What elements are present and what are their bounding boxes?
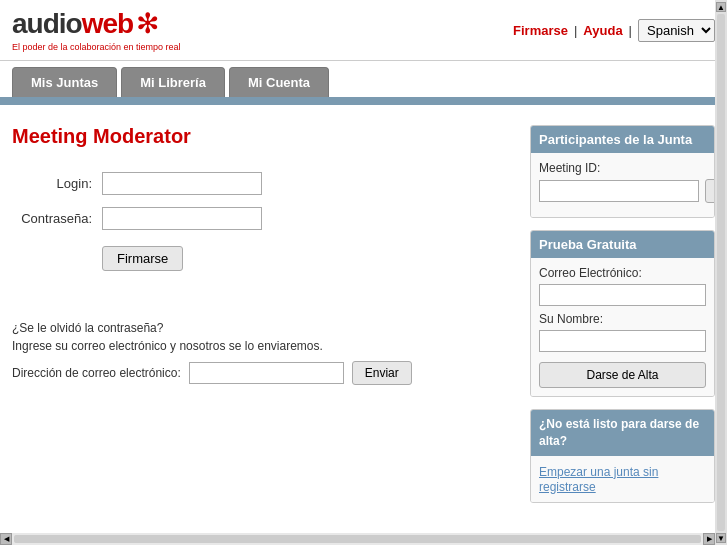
logo-tagline: El poder de la colaboración en tiempo re… xyxy=(12,42,181,52)
main-content: Meeting Moderator Login: Contraseña: Fir… xyxy=(0,105,727,523)
scroll-track xyxy=(717,14,725,531)
no-listo-body: Empezar una junta sin registrarse xyxy=(531,456,714,502)
prueba-body: Correo Electrónico: Su Nombre: Darse de … xyxy=(531,258,714,396)
login-row: Login: xyxy=(12,172,510,195)
no-listo-box: ¿No está listo para darse de alta? Empez… xyxy=(530,409,715,503)
scroll-down-arrow[interactable]: ▼ xyxy=(716,533,726,543)
logo-audio: audio xyxy=(12,8,82,39)
nav-sep-2: | xyxy=(629,23,632,38)
logo-web: web xyxy=(82,8,133,39)
tab-mi-cuenta[interactable]: Mi Cuenta xyxy=(229,67,329,97)
tab-mi-libreria[interactable]: Mi Librería xyxy=(121,67,225,97)
top-bar: audioweb ✻ El poder de la colaboración e… xyxy=(0,0,727,61)
login-input[interactable] xyxy=(102,172,262,195)
prueba-header: Prueba Gratuita xyxy=(531,231,714,258)
blue-bar xyxy=(0,97,727,105)
forgot-question: ¿Se le olvidó la contraseña? xyxy=(12,321,510,335)
correo-label: Correo Electrónico: xyxy=(539,266,706,280)
nombre-input[interactable] xyxy=(539,330,706,352)
prueba-box: Prueba Gratuita Correo Electrónico: Su N… xyxy=(530,230,715,397)
scroll-left-arrow[interactable]: ◀ xyxy=(0,533,12,545)
ayuda-link[interactable]: Ayuda xyxy=(583,23,622,38)
correo-input[interactable] xyxy=(539,284,706,306)
h-scroll-track xyxy=(14,535,701,543)
bottom-scrollbar: ◀ ▶ xyxy=(0,533,715,545)
forgot-section: ¿Se le olvidó la contraseña? Ingrese su … xyxy=(12,321,510,385)
language-select[interactable]: Spanish xyxy=(638,19,715,42)
unirse-button[interactable]: Unirse xyxy=(705,179,715,203)
nombre-label: Su Nombre: xyxy=(539,312,706,326)
email-label: Dirección de correo electrónico: xyxy=(12,366,181,380)
logo-text: audioweb xyxy=(12,8,133,40)
logo-block: audioweb ✻ El poder de la colaboración e… xyxy=(12,8,181,52)
forgot-hint: Ingrese su correo electrónico y nosotros… xyxy=(12,339,510,353)
logo-star-icon: ✻ xyxy=(136,10,159,38)
email-row: Dirección de correo electrónico: Enviar xyxy=(12,361,510,385)
scroll-right-arrow[interactable]: ▶ xyxy=(703,533,715,545)
meeting-id-row: Unirse xyxy=(539,179,706,203)
tab-mis-juntas[interactable]: Mis Juntas xyxy=(12,67,117,97)
email-input[interactable] xyxy=(189,362,344,384)
empezar-junta-link[interactable]: Empezar una junta sin registrarse xyxy=(539,465,658,494)
meeting-id-input[interactable] xyxy=(539,180,699,202)
firmarse-link[interactable]: Firmarse xyxy=(513,23,568,38)
password-row: Contraseña: xyxy=(12,207,510,230)
left-panel: Meeting Moderator Login: Contraseña: Fir… xyxy=(12,125,510,503)
participantes-body: Meeting ID: Unirse xyxy=(531,153,714,217)
scroll-up-arrow[interactable]: ▲ xyxy=(716,2,726,12)
participantes-box: Participantes de la Junta Meeting ID: Un… xyxy=(530,125,715,218)
nav-sep-1: | xyxy=(574,23,577,38)
darse-button[interactable]: Darse de Alta xyxy=(539,362,706,388)
firmarse-btn-row: Firmarse xyxy=(12,242,510,291)
participantes-header: Participantes de la Junta xyxy=(531,126,714,153)
logo-row: audioweb ✻ xyxy=(12,8,181,40)
meeting-id-label: Meeting ID: xyxy=(539,161,706,175)
password-label: Contraseña: xyxy=(12,211,102,226)
nav-tabs: Mis Juntas Mi Librería Mi Cuenta xyxy=(0,61,727,97)
page-title: Meeting Moderator xyxy=(12,125,510,148)
right-panel: Participantes de la Junta Meeting ID: Un… xyxy=(530,125,715,503)
password-input[interactable] xyxy=(102,207,262,230)
top-right-nav: Firmarse | Ayuda | Spanish xyxy=(513,19,715,42)
no-listo-header: ¿No está listo para darse de alta? xyxy=(531,410,714,456)
enviar-button[interactable]: Enviar xyxy=(352,361,412,385)
login-label: Login: xyxy=(12,176,102,191)
right-scrollbar: ▲ ▼ xyxy=(715,0,727,545)
firmarse-button[interactable]: Firmarse xyxy=(102,246,183,271)
